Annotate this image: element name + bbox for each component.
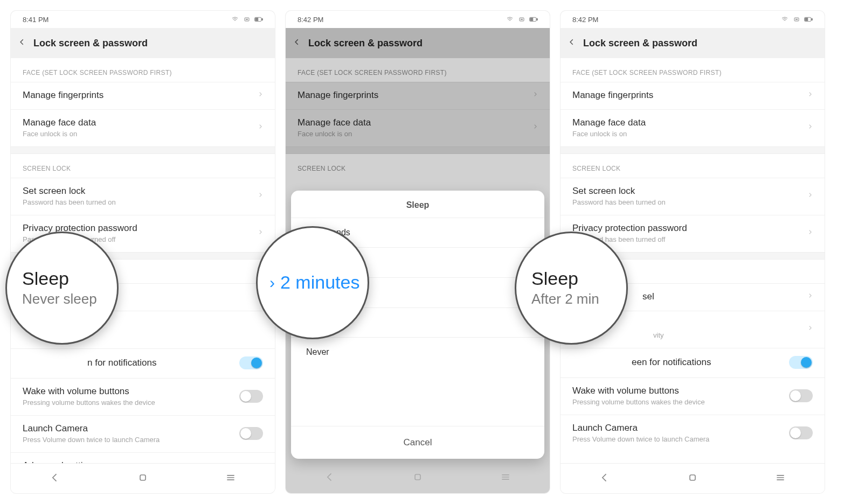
wifi-icon	[231, 16, 239, 23]
box-icon	[517, 16, 526, 23]
chevron-right-icon	[807, 90, 813, 100]
toggle-wake-notifications[interactable]	[239, 356, 263, 369]
label: Manage face data	[23, 117, 258, 128]
row-launch-camera[interactable]: Launch Camera Press Volume down twice to…	[11, 415, 275, 452]
page-title: Lock screen & password	[33, 38, 148, 49]
header: Lock screen & password	[561, 28, 825, 58]
sub: Password has been turned on	[23, 198, 258, 206]
sub: Face unlock is on	[23, 130, 258, 138]
svg-rect-2	[262, 18, 263, 20]
row-wake-notifications[interactable]: n for notifications	[11, 348, 275, 378]
status-icons	[506, 16, 538, 23]
sub: Face unlock is on	[572, 130, 807, 138]
status-icons	[231, 16, 263, 23]
toggle-wake-notifications[interactable]	[789, 356, 813, 369]
row-advanced[interactable]: Advanced settings	[11, 452, 275, 463]
row-fingerprints[interactable]: Manage fingerprints	[561, 82, 825, 109]
lens-title: Sleep	[531, 269, 626, 289]
status-bar: 8:41 PM	[11, 11, 275, 28]
label: Manage fingerprints	[23, 90, 258, 101]
label: Set screen lock	[23, 186, 258, 197]
status-icons	[780, 16, 813, 23]
row-face-data[interactable]: Manage face data Face unlock is on	[561, 109, 825, 146]
label: Set screen lock	[572, 186, 807, 197]
magnifier-2: › 2 minutes	[256, 226, 369, 339]
divider	[11, 146, 275, 154]
label: Launch Camera	[23, 423, 239, 434]
row-face-data[interactable]: Manage face data Face unlock is on	[11, 109, 275, 146]
label: Manage face data	[572, 117, 807, 128]
sub: Pressing volume buttons wakes the device	[23, 398, 239, 407]
chevron-right-icon	[807, 123, 813, 132]
nav-home-icon[interactable]	[412, 472, 423, 485]
sub: Password has been turned on	[572, 198, 807, 206]
nav-back-icon[interactable]	[599, 472, 610, 485]
status-bar: 8:42 PM	[561, 11, 825, 28]
navbar	[561, 463, 825, 493]
chevron-right-icon	[807, 191, 813, 201]
label: een for notifications	[572, 357, 789, 368]
nav-recents-icon[interactable]	[225, 472, 236, 485]
svg-rect-14	[690, 475, 695, 480]
nav-recents-icon[interactable]	[775, 472, 786, 485]
wifi-icon	[780, 16, 789, 23]
sub: vity	[572, 331, 807, 339]
toggle-wake-volume[interactable]	[789, 389, 813, 402]
battery-icon	[254, 16, 263, 23]
svg-rect-7	[537, 18, 538, 20]
lens-sub: After 2 min	[531, 291, 626, 307]
label: Wake with volume buttons	[23, 386, 239, 397]
sub: Press Volume down twice to launch Camera	[23, 436, 239, 444]
row-set-screen-lock[interactable]: Set screen lock Password has been turned…	[561, 178, 825, 215]
row-wake-volume[interactable]: Wake with volume buttons Pressing volume…	[11, 378, 275, 415]
svg-rect-8	[530, 18, 533, 21]
svg-rect-4	[140, 475, 146, 480]
sub: Pressing volume buttons wakes the device	[572, 398, 789, 406]
back-button[interactable]	[18, 38, 26, 48]
section-screenlock: SCREEN LOCK	[561, 154, 825, 178]
status-time: 8:42 PM	[298, 16, 323, 24]
box-icon	[243, 16, 251, 23]
chevron-right-icon	[258, 123, 263, 132]
status-time: 8:41 PM	[23, 16, 49, 24]
lens-title: 2 minutes	[280, 272, 359, 292]
magnifier-1: Sleep Never sleep	[5, 232, 119, 345]
header: Lock screen & password	[11, 28, 275, 58]
lens-sub: Never sleep	[22, 291, 117, 307]
option-never[interactable]: Never	[291, 337, 544, 367]
nav-recents-icon[interactable]	[500, 472, 511, 485]
sub: Password has been turned off	[572, 235, 807, 243]
row-launch-camera[interactable]: Launch Camera Press Volume down twice to…	[561, 415, 825, 452]
divider	[561, 146, 825, 154]
label: Wake with volume buttons	[572, 386, 789, 396]
chevron-right-icon	[807, 228, 813, 238]
back-button[interactable]	[568, 38, 576, 48]
chevron-right-icon	[807, 324, 813, 334]
navbar	[11, 463, 275, 493]
nav-home-icon[interactable]	[687, 472, 698, 485]
row-set-screen-lock[interactable]: Set screen lock Password has been turned…	[11, 178, 275, 215]
magnifier-3: Sleep After 2 min	[515, 232, 628, 345]
dialog-cancel[interactable]: Cancel	[291, 426, 544, 459]
sub: Press Volume down twice to launch Camera	[572, 435, 789, 443]
toggle-wake-volume[interactable]	[239, 390, 263, 403]
row-fingerprints[interactable]: Manage fingerprints	[11, 82, 275, 109]
battery-icon	[529, 16, 538, 23]
navbar	[286, 463, 550, 493]
dialog-title: Sleep	[291, 191, 544, 218]
svg-rect-12	[812, 18, 813, 20]
chevron-right-icon	[807, 292, 813, 302]
status-time: 8:42 PM	[572, 16, 598, 24]
chevron-right-icon	[258, 191, 263, 201]
chevron-right-icon	[258, 90, 263, 100]
row-wake-volume[interactable]: Wake with volume buttons Pressing volume…	[561, 377, 825, 415]
nav-back-icon[interactable]	[50, 472, 60, 485]
section-face: FACE (SET LOCK SCREEN PASSWORD FIRST)	[11, 58, 275, 82]
nav-home-icon[interactable]	[137, 472, 148, 485]
toggle-launch-camera[interactable]	[789, 426, 813, 439]
toggle-launch-camera[interactable]	[239, 427, 263, 440]
chevron-right-icon: ›	[269, 274, 275, 292]
svg-rect-9	[415, 474, 420, 480]
nav-back-icon[interactable]	[324, 472, 335, 485]
row-wake-notifications[interactable]: een for notifications	[561, 348, 825, 377]
